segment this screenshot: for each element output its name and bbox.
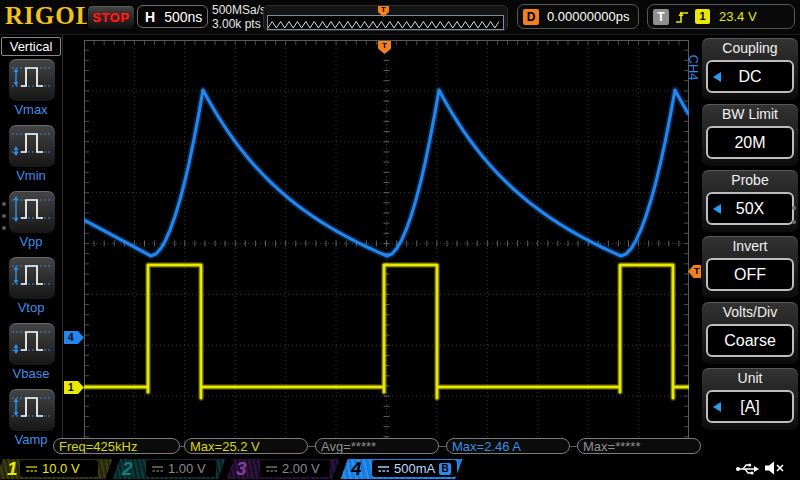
bw-limit-badge: B bbox=[439, 463, 451, 475]
dc-coupling-icon bbox=[151, 464, 164, 474]
vamp-icon bbox=[9, 389, 53, 429]
sample-rate: 500MSa/s bbox=[212, 3, 266, 17]
menu-item-unit[interactable]: Unit [A] bbox=[702, 368, 798, 430]
dc-coupling-icon bbox=[377, 464, 390, 474]
trigger-status-icon: T bbox=[653, 9, 669, 25]
speaker-muted-icon bbox=[763, 460, 787, 476]
vertical-measure-menu: Vertical Vmax Vmin Vpp Vtop Vbase Vamp bbox=[0, 35, 63, 455]
channel-2-button[interactable]: 2 1.00 V bbox=[113, 458, 225, 480]
measurement-avg: Avg=***** bbox=[315, 438, 439, 454]
measurement-max-v: Max=25.2 V bbox=[184, 438, 308, 454]
sidebar-item-label: Vbase bbox=[0, 366, 62, 381]
menu-channel-label: CH4 bbox=[686, 54, 701, 80]
vbase-icon bbox=[9, 323, 53, 363]
menu-item-title: BW Limit bbox=[702, 104, 798, 124]
channel-scale-value: 10.0 V bbox=[42, 461, 80, 476]
ch1-ground-marker[interactable]: 1 bbox=[64, 381, 84, 394]
usb-icon bbox=[735, 462, 759, 475]
menu-title: Vertical bbox=[1, 37, 61, 56]
trigger-level-marker[interactable]: T bbox=[688, 265, 703, 278]
menu-item-coupling[interactable]: Coupling DC bbox=[702, 38, 798, 100]
sidebar-item-label: Vmax bbox=[0, 102, 62, 117]
channel-status-bar: 1 10.0 V 2 1.00 V 3 2.00 V 4 500mA bbox=[0, 458, 800, 480]
menu-item-title: Invert bbox=[702, 236, 798, 256]
select-arrow-icon bbox=[713, 72, 721, 82]
sidebar-item-label: Vmin bbox=[0, 168, 62, 183]
menu-item-value: 50X bbox=[736, 200, 764, 218]
channel-4-button[interactable]: 4 500mA B bbox=[341, 458, 462, 480]
menu-item-probe[interactable]: Probe 50X bbox=[702, 170, 798, 232]
menu-item-title: Unit bbox=[702, 368, 798, 388]
channel-number: 1 bbox=[7, 458, 18, 480]
top-status-bar: RIGOL STOP H 500ns 500MSa/s 3.00k pts T … bbox=[0, 0, 800, 35]
menu-item-value: 20M bbox=[734, 134, 765, 152]
menu-item-voltsdiv[interactable]: Volts/Div Coarse bbox=[702, 302, 798, 364]
channel-number: 3 bbox=[236, 458, 247, 480]
menu-item-value: Coarse bbox=[724, 332, 776, 350]
trigger-readout-box[interactable]: T 1 23.4 V bbox=[647, 4, 795, 29]
menu-item-title: Volts/Div bbox=[702, 302, 798, 322]
channel-number: 4 bbox=[351, 458, 362, 480]
channel-settings-menu: Coupling DC BW Limit 20M Probe 50X Inver… bbox=[702, 38, 798, 434]
select-arrow-icon bbox=[713, 204, 721, 214]
channel-4-scale: 500mA B bbox=[372, 460, 457, 477]
menu-item-invert[interactable]: Invert OFF bbox=[702, 236, 798, 298]
page-indicator-dot bbox=[2, 202, 6, 206]
memory-depth: 3.00k pts bbox=[212, 17, 266, 31]
channel-scale-value: 1.00 V bbox=[168, 461, 206, 476]
acquisition-info: 500MSa/s 3.00k pts bbox=[212, 3, 266, 31]
delay-value: 0.00000000ps bbox=[547, 9, 629, 24]
dc-coupling-icon bbox=[265, 464, 278, 474]
select-arrow-icon bbox=[713, 402, 721, 412]
measurement-max-2: Max=***** bbox=[577, 438, 701, 454]
brand-logo: RIGOL bbox=[5, 2, 93, 30]
channel-scale-value: 2.00 V bbox=[282, 461, 320, 476]
timebase-value: 500ns bbox=[164, 9, 202, 25]
waveform-preview-strip[interactable]: T bbox=[263, 5, 508, 31]
vtop-icon bbox=[9, 257, 53, 297]
preview-window bbox=[267, 15, 504, 30]
vmax-icon bbox=[9, 59, 53, 99]
trigger-level-value: 23.4 V bbox=[719, 9, 757, 24]
measurement-max-a: Max=2.46 A bbox=[446, 438, 570, 454]
menu-item-value: OFF bbox=[734, 266, 766, 284]
page-indicator-dot bbox=[792, 220, 796, 224]
dc-coupling-icon bbox=[25, 464, 38, 474]
channel-3-button[interactable]: 3 2.00 V bbox=[227, 458, 339, 480]
ch4-ground-marker[interactable]: 4 bbox=[64, 331, 84, 344]
vmin-icon bbox=[9, 125, 53, 165]
delay-icon: D bbox=[523, 9, 539, 25]
channel-1-button[interactable]: 1 10.0 V bbox=[0, 458, 112, 480]
vpp-icon bbox=[9, 191, 53, 231]
sidebar-item-label: Vpp bbox=[0, 234, 62, 249]
oscilloscope-screen: RIGOL STOP H 500ns 500MSa/s 3.00k pts T … bbox=[0, 0, 800, 480]
menu-item-value: DC bbox=[738, 68, 761, 86]
menu-item-value: [A] bbox=[740, 398, 760, 416]
trigger-slope-icon bbox=[674, 9, 690, 25]
delay-readout-box[interactable]: D 0.00000000ps bbox=[517, 4, 639, 29]
page-indicator-dot bbox=[2, 226, 6, 230]
horizontal-icon: H bbox=[145, 9, 155, 25]
channel-scale-value: 500mA bbox=[394, 461, 435, 476]
preview-waveform bbox=[268, 19, 501, 30]
channel-3-scale: 2.00 V bbox=[260, 460, 330, 477]
run-state-button[interactable]: STOP bbox=[87, 5, 135, 30]
measurement-freq: Freq=425kHz bbox=[53, 438, 180, 454]
waveform-display bbox=[84, 40, 689, 447]
menu-item-bwlimit[interactable]: BW Limit 20M bbox=[702, 104, 798, 166]
channel-2-scale: 1.00 V bbox=[146, 460, 216, 477]
menu-item-title: Coupling bbox=[702, 38, 798, 58]
channel-1-scale: 10.0 V bbox=[20, 460, 98, 477]
trigger-source-badge: 1 bbox=[695, 9, 710, 24]
sidebar-item-label: Vtop bbox=[0, 300, 62, 315]
page-indicator-dot bbox=[2, 214, 6, 218]
horizontal-timebase-box[interactable]: H 500ns bbox=[137, 5, 208, 28]
menu-item-title: Probe bbox=[702, 170, 798, 190]
channel-number: 2 bbox=[122, 458, 133, 480]
page-indicator-dot bbox=[792, 206, 796, 210]
